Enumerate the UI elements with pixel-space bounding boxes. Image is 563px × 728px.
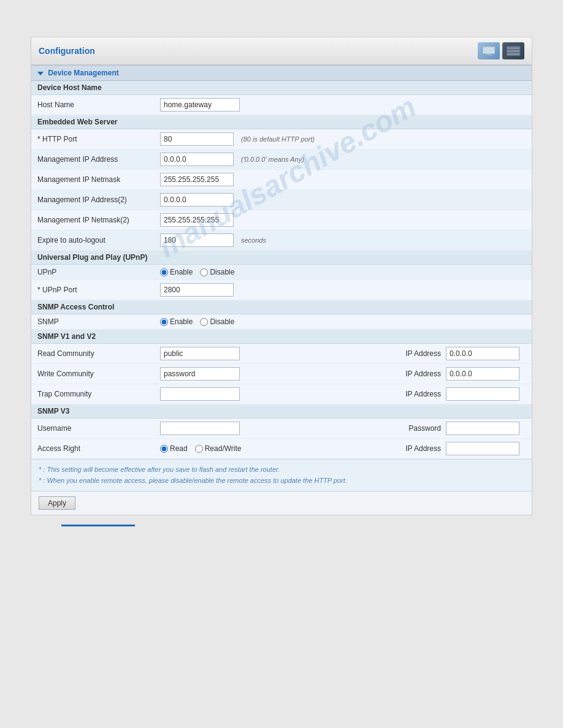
- snmp-disable-radio[interactable]: [200, 318, 208, 326]
- mgmt-ip2-row: Management IP Address(2): [31, 190, 532, 210]
- mgmt-ip2-label: Management IP Address(2): [37, 195, 160, 204]
- upnp-port-row: * UPnP Port: [31, 280, 532, 300]
- svg-rect-1: [486, 54, 491, 55]
- upnp-enable-radio[interactable]: [160, 268, 168, 276]
- expire-row: Expire to auto-logout seconds: [31, 230, 532, 251]
- upnp-disable-option[interactable]: Disable: [200, 268, 234, 276]
- http-port-note: (80 is default HTTP port): [241, 135, 315, 143]
- http-port-label: * HTTP Port: [37, 135, 160, 143]
- snmp-access-subsection: SNMP Access Control: [31, 300, 532, 314]
- snmp-radio-group: Enable Disable: [160, 317, 234, 326]
- host-name-label: Host Name: [37, 100, 160, 109]
- snmp-label: SNMP: [37, 317, 160, 326]
- mgmt-netmask-label: Management IP Netmask: [37, 175, 160, 184]
- svg-rect-2: [484, 55, 493, 56]
- trap-ip-section: IP Address: [398, 387, 519, 401]
- mgmt-ip-label: Management IP Address: [37, 155, 160, 164]
- read-community-row: Read Community IP Address: [31, 344, 532, 364]
- read-community-input[interactable]: [160, 347, 240, 360]
- mgmt-ip-input[interactable]: [160, 153, 234, 166]
- access-read-label: Read: [170, 444, 188, 453]
- snmp-v3-subsection: SNMP V3: [31, 404, 532, 419]
- button-row: Apply: [31, 491, 532, 515]
- snmp-disable-label: Disable: [210, 317, 234, 326]
- mgmt-netmask2-label: Management IP Netmask(2): [37, 216, 160, 224]
- expire-input[interactable]: [160, 233, 234, 247]
- expire-label: Expire to auto-logout: [37, 236, 160, 245]
- write-ip-label: IP Address: [398, 370, 441, 378]
- password-section: Password: [398, 422, 519, 435]
- triangle-icon: [37, 72, 44, 75]
- password-input[interactable]: [446, 422, 519, 435]
- mgmt-netmask-input[interactable]: [160, 173, 234, 186]
- read-community-label: Read Community: [37, 349, 160, 358]
- trap-community-input[interactable]: [160, 387, 240, 401]
- trap-community-row: Trap Community IP Address: [31, 384, 532, 404]
- snmp-enable-option[interactable]: Enable: [160, 317, 193, 326]
- upnp-port-input[interactable]: [160, 283, 234, 297]
- http-port-row: * HTTP Port (80 is default HTTP port): [31, 129, 532, 150]
- svg-rect-0: [483, 47, 495, 54]
- username-row: Username Password: [31, 419, 532, 439]
- access-ip-input[interactable]: [446, 442, 519, 455]
- password-label: Password: [398, 424, 441, 433]
- mgmt-netmask2-row: Management IP Netmask(2): [31, 210, 532, 230]
- upnp-radio-group: Enable Disable: [160, 268, 234, 276]
- write-ip-input[interactable]: [446, 367, 519, 381]
- server-box-icon: [505, 44, 522, 58]
- upnp-disable-radio[interactable]: [200, 268, 208, 276]
- http-port-input[interactable]: [160, 132, 234, 146]
- embedded-web-server-subsection: Embedded Web Server: [31, 115, 532, 129]
- host-name-input[interactable]: [160, 98, 240, 112]
- read-ip-input[interactable]: [446, 347, 519, 360]
- svg-rect-6: [507, 53, 519, 55]
- upnp-enable-label: Enable: [170, 268, 193, 276]
- upnp-subsection: Universal Plug and Play (UPnP): [31, 251, 532, 265]
- header-icons: [478, 42, 524, 59]
- write-community-input[interactable]: [160, 367, 240, 381]
- config-header: Configuration: [31, 37, 532, 65]
- device-management-label: Device Management: [48, 69, 118, 77]
- read-ip-section: IP Address: [398, 347, 519, 360]
- access-read-option[interactable]: Read: [160, 444, 188, 453]
- expire-note: seconds: [241, 237, 266, 244]
- trap-community-label: Trap Community: [37, 390, 160, 398]
- trap-ip-label: IP Address: [398, 390, 441, 398]
- access-readwrite-label: Read/Write: [205, 444, 242, 453]
- server-icon: [502, 42, 524, 59]
- trap-ip-input[interactable]: [446, 387, 519, 401]
- upnp-enable-option[interactable]: Enable: [160, 268, 193, 276]
- access-readwrite-radio[interactable]: [195, 445, 203, 453]
- snmp-v1v2-subsection: SNMP V1 and V2: [31, 330, 532, 344]
- access-readwrite-option[interactable]: Read/Write: [195, 444, 242, 453]
- svg-rect-4: [507, 47, 519, 49]
- write-community-label: Write Community: [37, 370, 160, 378]
- username-label: Username: [37, 424, 160, 433]
- write-community-row: Write Community IP Address: [31, 364, 532, 384]
- access-ip-label: IP Address: [398, 444, 441, 453]
- device-host-name-subsection: Device Host Name: [31, 81, 532, 95]
- access-right-radio-group: Read Read/Write: [160, 444, 242, 453]
- upnp-label: UPnP: [37, 268, 160, 276]
- upnp-disable-label: Disable: [210, 268, 234, 276]
- config-panel: manualsarchive.com Configuration: [31, 37, 532, 515]
- write-ip-section: IP Address: [398, 367, 519, 381]
- username-input[interactable]: [160, 422, 240, 435]
- snmp-enable-radio[interactable]: [160, 318, 168, 326]
- host-name-row: Host Name: [31, 95, 532, 115]
- snmp-enable-label: Enable: [170, 317, 193, 326]
- mgmt-netmask-row: Management IP Netmask: [31, 170, 532, 190]
- access-ip-section: IP Address: [398, 442, 519, 455]
- device-management-section: Device Management: [31, 65, 532, 81]
- upnp-row: UPnP Enable Disable: [31, 265, 532, 280]
- read-ip-label: IP Address: [398, 349, 441, 358]
- snmp-row: SNMP Enable Disable: [31, 314, 532, 330]
- note-line-1: * : This setting will become effective a…: [39, 464, 524, 476]
- mgmt-ip2-input[interactable]: [160, 193, 234, 207]
- access-read-radio[interactable]: [160, 445, 168, 453]
- note-section: * : This setting will become effective a…: [31, 459, 532, 491]
- apply-button[interactable]: Apply: [39, 496, 75, 510]
- mgmt-netmask2-input[interactable]: [160, 213, 234, 227]
- snmp-disable-option[interactable]: Disable: [200, 317, 234, 326]
- access-right-label: Access Right: [37, 444, 160, 453]
